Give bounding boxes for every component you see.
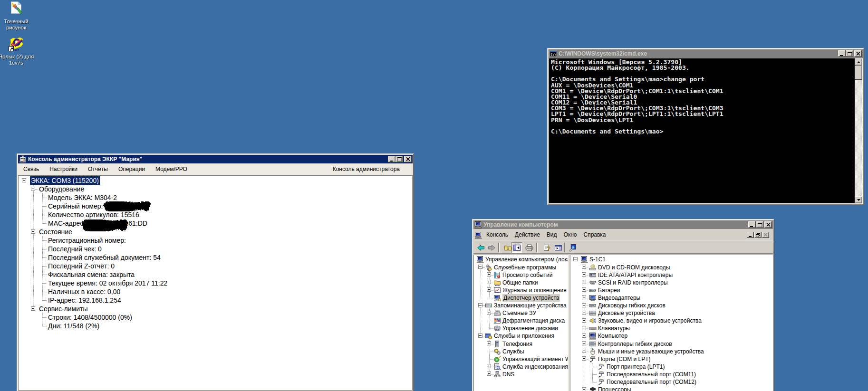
- collapse-box[interactable]: [31, 229, 35, 234]
- tree-row[interactable]: Процессоры: [570, 386, 772, 391]
- expand-box[interactable]: [487, 341, 491, 345]
- tree-row[interactable]: Фискальная смена: закрыта: [19, 270, 412, 279]
- tree-row[interactable]: Регистрационный номер:: [19, 236, 412, 245]
- tree-row[interactable]: S-1C1: [570, 256, 772, 263]
- tree-row[interactable]: DNS: [474, 371, 568, 378]
- tree-row[interactable]: +Батареи: [570, 286, 772, 294]
- show-console-tree-button[interactable]: [511, 242, 522, 253]
- tree-row[interactable]: Звуковые, видео и игровые устройства: [570, 317, 772, 324]
- tree-row[interactable]: Съемные ЗУ: [474, 309, 568, 317]
- cmd-titlebar[interactable]: C:\ C:\WINDOWS\system32\cmd.exe: [549, 49, 863, 58]
- menu-item[interactable]: Вид: [543, 231, 560, 238]
- collapse-box[interactable]: [31, 306, 35, 311]
- mdi-system-menu-icon[interactable]: [474, 231, 482, 238]
- expand-box[interactable]: [582, 341, 586, 345]
- expand-box[interactable]: [582, 272, 586, 277]
- tree-row[interactable]: Контроллеры гибких дисков: [570, 340, 772, 348]
- expand-box[interactable]: [487, 280, 491, 284]
- tree-row[interactable]: Порт принтера (LPT1): [570, 363, 772, 371]
- close-button[interactable]: [404, 156, 412, 162]
- tree-row[interactable]: Служебные программы: [474, 264, 568, 271]
- expand-box[interactable]: [582, 387, 586, 391]
- tree-row[interactable]: Дефрагментация диска: [474, 317, 568, 324]
- expand-box[interactable]: [582, 280, 586, 284]
- expand-box[interactable]: [582, 334, 586, 338]
- menu-item[interactable]: Отчёты: [83, 166, 113, 172]
- tree-row[interactable]: DVD и CD-ROM дисководы: [570, 264, 772, 271]
- tree-row[interactable]: Служба индексирования: [474, 363, 568, 371]
- tree-row[interactable]: Службы: [474, 348, 568, 355]
- menu-item[interactable]: Окно: [560, 231, 580, 238]
- scroll-up-button[interactable]: [855, 58, 862, 66]
- tree-row[interactable]: Текущее время: 02 октября 2017 11:22: [19, 279, 412, 287]
- menu-item[interactable]: Модем/РРО: [150, 166, 193, 172]
- view-menu-button[interactable]: [553, 242, 563, 253]
- tree-row[interactable]: Состояние: [19, 228, 412, 236]
- expand-box[interactable]: [582, 326, 586, 330]
- tree-row[interactable]: Последний служебный документ: 54: [19, 253, 412, 262]
- restore-button[interactable]: [756, 221, 763, 228]
- tree-row[interactable]: Запоминающие устройства: [474, 302, 568, 309]
- close-button[interactable]: [764, 221, 772, 228]
- tree-row[interactable]: Порты (COM и LPT): [570, 355, 772, 363]
- tree-row[interactable]: Серийный номер:: [19, 202, 412, 210]
- expand-box[interactable]: [582, 318, 586, 323]
- menu-item[interactable]: Справка: [580, 231, 609, 238]
- desktop-icon-paint-bitmap[interactable]: Точечный рисунок: [0, 1, 34, 31]
- console-output[interactable]: Microsoft Windows [Версия 5.2.3790](C) К…: [549, 58, 863, 204]
- tree-row[interactable]: !Просмотр событий: [474, 271, 568, 279]
- tree-row[interactable]: Количество артикулов: 15516: [19, 210, 412, 219]
- tree-row[interactable]: Последний Z-отчёт: 0: [19, 262, 412, 270]
- expand-box[interactable]: [487, 372, 491, 376]
- close-button[interactable]: [854, 50, 862, 57]
- export-list-button[interactable]: [567, 242, 578, 253]
- properties-button[interactable]: ?: [542, 242, 552, 253]
- minimize-button[interactable]: [838, 50, 846, 57]
- tree-row[interactable]: Диспетчер устройств: [474, 294, 568, 302]
- tree-row[interactable]: Журналы и оповещения производительности: [474, 286, 568, 294]
- expand-box[interactable]: [487, 272, 491, 277]
- menu-item[interactable]: Настройки: [44, 166, 83, 172]
- vertical-scrollbar[interactable]: [855, 58, 862, 203]
- tree-row[interactable]: Управление дисками: [474, 324, 568, 332]
- konsol-titlebar[interactable]: Консоль администратора ЭККР "Мария": [18, 155, 413, 163]
- tree-row[interactable]: Управление компьютером (локальный): [474, 256, 568, 263]
- tree-row[interactable]: Наличных в кассе: 0,00: [19, 287, 412, 296]
- expand-box[interactable]: [582, 303, 586, 307]
- collapse-box[interactable]: [573, 257, 578, 261]
- tree-row[interactable]: Видеоадаптеры: [570, 294, 772, 302]
- collapse-box[interactable]: [478, 303, 482, 307]
- tree-row[interactable]: Мыши и иные указывающие устройства: [570, 348, 772, 355]
- tree-row[interactable]: Службы и приложения: [474, 332, 568, 340]
- collapse-box[interactable]: [582, 356, 586, 361]
- print-button[interactable]: [524, 242, 534, 253]
- tree-row[interactable]: MAC-адрес :61:DD: [19, 219, 412, 228]
- expand-box[interactable]: [487, 364, 491, 368]
- expand-box[interactable]: [487, 287, 491, 292]
- minimize-button[interactable]: [388, 156, 395, 162]
- tree-row[interactable]: Телефония: [474, 340, 568, 348]
- expand-box[interactable]: [582, 349, 586, 353]
- minimize-button[interactable]: [748, 221, 756, 228]
- collapse-box[interactable]: [478, 265, 482, 269]
- scroll-down-button[interactable]: [855, 196, 862, 203]
- tree-row[interactable]: IDE ATA/ATAPI контроллеры: [570, 271, 772, 279]
- tree-row[interactable]: Строки: 1408/4500000 (0%): [19, 313, 412, 322]
- tree-row[interactable]: Дисковые устройства: [570, 309, 772, 317]
- tree-row[interactable]: Компьютер: [570, 332, 772, 340]
- back-button[interactable]: [475, 242, 486, 253]
- tree-row[interactable]: Дисководы гибких дисков: [570, 302, 772, 309]
- mdi-minimize-button[interactable]: [747, 232, 754, 238]
- collapse-box[interactable]: [31, 187, 35, 191]
- mgmt-titlebar[interactable]: Управление компьютером: [473, 220, 773, 229]
- expand-box[interactable]: [582, 265, 586, 269]
- collapse-box[interactable]: [22, 178, 26, 182]
- tree-row[interactable]: Оборудование: [19, 185, 412, 193]
- expand-box[interactable]: [582, 287, 586, 292]
- tree-row[interactable]: Модель ЭККА: М304-2: [19, 193, 412, 202]
- tree-row[interactable]: Дни: 11/548 (2%): [19, 322, 412, 330]
- maximize-button[interactable]: [395, 156, 403, 162]
- maximize-button[interactable]: [846, 50, 853, 57]
- menu-item[interactable]: Консоль: [483, 231, 511, 238]
- expand-box[interactable]: [487, 311, 491, 315]
